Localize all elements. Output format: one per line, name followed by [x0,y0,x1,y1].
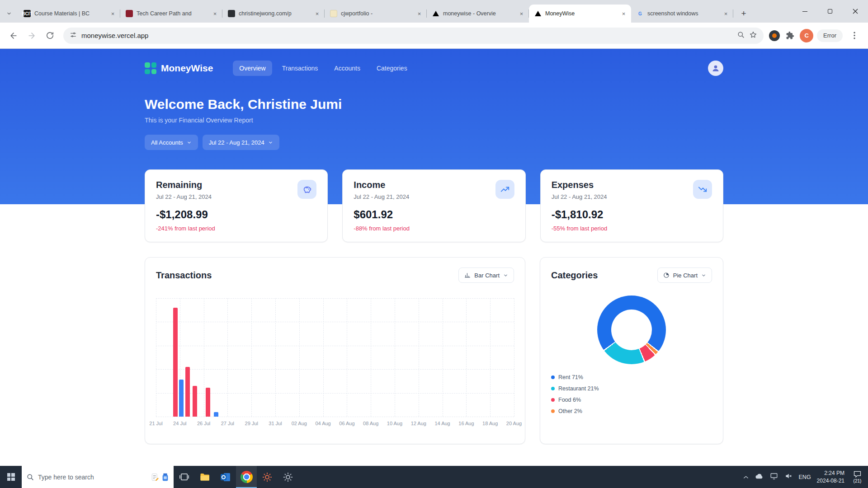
search-highlight-note-icon [151,473,160,482]
x-axis-tick: 21 Jul [149,421,162,426]
bar-expense-25-jul [193,386,197,417]
card-change: -88% from last period [354,225,514,232]
x-axis-tick: 08 Aug [363,421,378,426]
x-axis-tick: 10 Aug [387,421,402,426]
url-text[interactable]: moneywise.vercel.app [81,32,732,39]
taskbar-icon-chrome[interactable] [236,466,257,488]
new-tab-button[interactable]: + [737,7,750,20]
volume-muted-icon[interactable] [784,472,793,482]
tab-close-icon[interactable]: × [620,10,627,18]
gridline-horizontal [156,298,514,299]
clock-time: 2:24 PM [817,469,844,477]
profile-chip[interactable]: Error [817,29,843,42]
screen: BCITCourse Materials | BC×Tech Career Pa… [0,0,868,488]
tab-close-icon[interactable]: × [415,10,423,18]
extension-icon[interactable] [769,30,780,41]
gridline-vertical [490,298,491,417]
windows-taskbar: Type here to search E [0,466,868,488]
summary-card-remaining: RemainingJul 22 - Aug 21, 2024-$1,208.99… [145,169,328,242]
bar-expense-23-jul [185,367,190,417]
tab-close-icon[interactable]: × [313,10,321,18]
gridline-vertical [443,298,443,417]
nav-item-accounts[interactable]: Accounts [328,61,367,76]
onedrive-cloud-icon[interactable] [755,473,764,481]
trending-up-icon [495,180,514,199]
chart-type-label: Pie Chart [673,272,698,279]
chrome-icon [241,471,253,483]
x-axis-tick: 26 Jul [197,421,210,426]
bar-chart-x-axis: 21 Jul24 Jul26 Jul27 Jul29 Jul31 Jul02 A… [156,421,514,428]
taskbar-icon-outlook[interactable] [215,466,236,488]
address-bar[interactable]: moneywise.vercel.app [63,28,764,44]
legend-label: Other 2% [558,408,582,414]
search-icon [26,473,34,481]
taskbar-clock[interactable]: 2:24 PM 2024-08-21 [817,469,844,484]
user-avatar[interactable] [708,61,723,76]
browser-tab[interactable]: moneywise - Overvie× [427,5,529,23]
window-close-button[interactable] [843,0,868,23]
tab-title: Course Materials | BC [34,10,105,17]
browser-tab[interactable]: Tech Career Path and× [120,5,222,23]
app-brand-name: MoneyWise [161,63,213,74]
taskbar-search-input[interactable]: Type here to search [22,466,174,488]
account-filter-select[interactable]: All Accounts [145,135,198,150]
transactions-chart-type-select[interactable]: Bar Chart [458,267,514,283]
gridline-vertical [514,298,514,417]
browser-tab[interactable]: MoneyWise× [529,5,631,23]
gridline-vertical [204,298,204,417]
back-button[interactable] [5,28,22,44]
categories-legend: Rent 71%Restaurant 21%Food 6%Other 2% [551,374,712,414]
gear-icon [262,472,273,483]
start-button[interactable] [0,466,22,488]
browser-tab[interactable]: Gscreenshot windows× [631,5,733,23]
search-highlight-jar-icon [161,473,169,482]
gridline-horizontal [156,369,514,370]
welcome-heading: Welcome Back, Christine Jumi [145,97,723,112]
tab-close-icon[interactable]: × [211,10,219,18]
window-maximize-button[interactable] [817,0,843,23]
categories-chart-type-select[interactable]: Pie Chart [657,267,712,283]
taskbar-icon-explorer[interactable] [194,466,215,488]
vercel-favicon-icon [432,10,439,17]
display-icon[interactable] [770,473,778,482]
tab-search-chevron-icon[interactable] [0,5,18,23]
tab-title: MoneyWise [545,10,616,17]
extensions-puzzle-icon[interactable] [782,28,798,44]
tab-close-icon[interactable]: × [722,10,730,18]
nav-item-categories[interactable]: Categories [370,61,414,76]
gridline-vertical [323,298,324,417]
bookmark-star-icon[interactable] [749,31,757,41]
card-title: Expenses [552,180,607,190]
date-range-filter-select[interactable]: Jul 22 - Aug 21, 2024 [203,135,279,150]
window-minimize-button[interactable] [792,0,817,23]
x-axis-tick: 24 Jul [173,421,186,426]
forward-button[interactable] [24,28,40,44]
tray-chevron-up-icon[interactable] [743,473,749,481]
legend-label: Restaurant 21% [558,385,599,392]
legend-label: Rent 71% [558,374,583,380]
chart-panels: Transactions Bar Chart 21 Jul24 Jul26 Ju… [145,257,723,444]
taskbar-icon-taskview[interactable] [174,466,194,488]
browser-menu-kebab-icon[interactable] [846,28,863,44]
browser-profile-avatar[interactable]: C [800,29,813,42]
site-settings-icon[interactable] [70,31,77,40]
browser-tab[interactable]: christinejwong.com/p× [222,5,325,23]
chevron-down-icon [503,273,508,278]
reload-button[interactable] [42,28,58,44]
card-period: Jul 22 - Aug 21, 2024 [354,193,409,200]
gridline-vertical [395,298,395,417]
tab-close-icon[interactable]: × [109,10,117,18]
action-center-button[interactable]: (21) [850,470,864,483]
taskbar-icon-app-gear-gray[interactable] [278,466,298,488]
taskbar-icon-app-gear-orange[interactable] [257,466,278,488]
browser-tab[interactable]: cjwportfolio -× [325,5,427,23]
x-axis-tick: 20 Aug [506,421,522,426]
nav-item-transactions[interactable]: Transactions [276,61,325,76]
tab-close-icon[interactable]: × [518,10,525,18]
app-brand[interactable]: MoneyWise [145,62,213,74]
language-indicator[interactable]: ENG [799,474,811,480]
zoom-icon[interactable] [737,31,745,40]
nav-item-overview[interactable]: Overview [233,61,272,76]
x-axis-tick: 27 Jul [221,421,234,426]
browser-tab[interactable]: BCITCourse Materials | BC× [18,5,120,23]
